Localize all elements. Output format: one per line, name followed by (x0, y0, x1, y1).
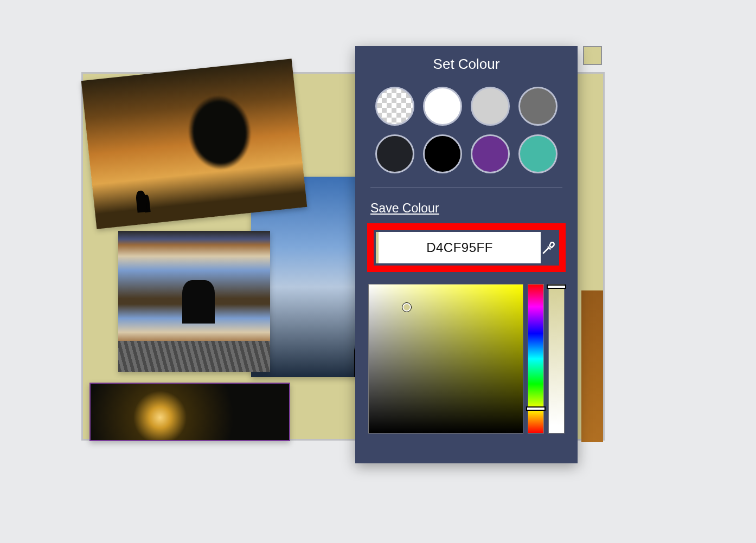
alpha-marker[interactable] (547, 285, 566, 289)
swatch-teal[interactable] (518, 134, 558, 173)
swatch-light-grey[interactable] (471, 87, 510, 126)
panel-title: Set Colour (367, 56, 566, 73)
swatch-black[interactable] (423, 134, 462, 173)
saturation-value-box[interactable] (368, 284, 523, 434)
hex-input-highlight (367, 223, 566, 272)
swatch-grey[interactable] (518, 87, 558, 126)
current-colour-swatch[interactable] (583, 46, 602, 65)
divider (370, 188, 562, 188)
swatch-charcoal[interactable] (375, 134, 414, 173)
preset-swatch-grid (367, 87, 566, 173)
canvas-strip-top (581, 74, 603, 225)
swatch-purple[interactable] (471, 134, 510, 173)
hue-slider[interactable] (528, 284, 544, 434)
collage-photo[interactable] (118, 231, 270, 372)
collage-photo[interactable] (89, 383, 290, 441)
hue-marker[interactable] (526, 406, 546, 411)
collage-photo[interactable] (81, 59, 307, 229)
canvas-strip-brown (581, 290, 603, 442)
save-colour-link[interactable]: Save Colour (370, 201, 439, 216)
sv-cursor[interactable] (402, 303, 411, 312)
hex-input[interactable] (379, 232, 541, 263)
alpha-slider[interactable] (548, 284, 565, 434)
hex-input-row (376, 232, 557, 263)
swatch-transparent[interactable] (375, 87, 414, 126)
eyedropper-icon (541, 240, 557, 256)
set-colour-panel: Set Colour Save Colour (355, 46, 578, 463)
eyedropper-button[interactable] (541, 232, 557, 263)
swatch-white[interactable] (423, 87, 462, 126)
colour-picker (367, 282, 566, 434)
